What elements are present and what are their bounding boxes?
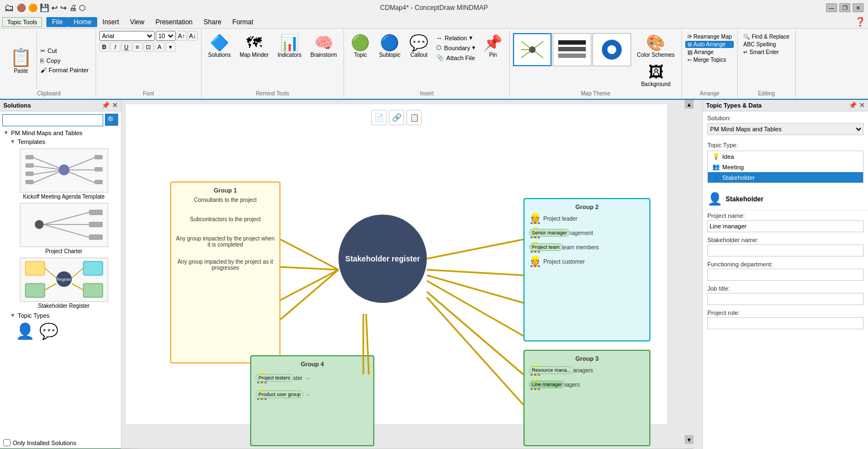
only-installed-check[interactable] <box>3 439 10 446</box>
menu-home[interactable]: Home <box>68 17 97 27</box>
underline-button[interactable]: U <box>121 42 131 52</box>
group1-item-1[interactable]: Consultants to the project <box>176 196 275 204</box>
boundary-button[interactable]: ⬡ Boundary ▾ <box>434 43 478 52</box>
arrange-button[interactable]: ▤ Arrange <box>685 49 734 56</box>
templates-item[interactable]: ▼ Templates <box>7 137 121 146</box>
solutions-search-input[interactable] <box>2 114 103 126</box>
group1-box[interactable]: Group 1 Consultants to the project Subco… <box>170 181 280 364</box>
color-schemes-button[interactable]: 🎨 Color Schemes <box>633 33 678 60</box>
topic-button[interactable]: 🟢 Topic <box>347 33 373 60</box>
bold-button[interactable]: B <box>99 42 109 52</box>
functioning-dept-label: Functioning department: <box>707 261 864 268</box>
menu-presentation[interactable]: Presentation <box>150 17 198 27</box>
menu-format[interactable]: Format <box>227 17 259 27</box>
kickoff-template[interactable]: Kickoff Meeting Agenda Template <box>20 148 108 200</box>
background-button[interactable]: 🖼 Background <box>633 62 678 89</box>
canvas-scroll-up[interactable]: ▲ <box>685 100 694 109</box>
highlight-button[interactable]: ⊡ <box>144 42 154 52</box>
center-node[interactable]: Stakeholder register <box>338 215 427 303</box>
smart-enter-button[interactable]: ↵ Smart Enter <box>741 49 791 56</box>
pm-maps-item[interactable]: ▼ PM Mind Maps and Tables <box>0 129 121 137</box>
paste-button[interactable]: 📋 Paste <box>6 31 37 89</box>
job-title-input[interactable] <box>707 293 864 305</box>
solution-dropdown[interactable]: PM Mind Maps and Tables <box>707 123 864 135</box>
canvas-scroll[interactable]: Group 1 Consultants to the project Subco… <box>121 100 702 449</box>
auto-arrange-button[interactable]: ⊞ Auto Arrange <box>685 41 734 48</box>
rearrange-map-button[interactable]: ⟳ Rearrange Map <box>685 33 734 40</box>
solutions-search-button[interactable]: 🔍 <box>105 114 118 126</box>
resource-manager-tag[interactable]: Resource mana... <box>529 366 574 374</box>
project-name-input[interactable] <box>707 220 864 232</box>
merge-topics-button[interactable]: ⤚ Merge Topics <box>685 56 734 63</box>
canvas-tool-doc[interactable]: 📄 <box>371 110 387 125</box>
group1-item-3[interactable]: Any group impacted by the project when i… <box>176 234 275 249</box>
group1-item-4[interactable]: Any group impacted by the project as it … <box>176 258 275 272</box>
indicators-button[interactable]: 📊 Indicators <box>274 33 305 60</box>
right-panel-close[interactable]: ✕ <box>859 101 865 109</box>
font-face-select[interactable]: Arial <box>99 31 155 41</box>
relation-button[interactable]: ↔ Relation ▾ <box>434 33 478 42</box>
italic-button[interactable]: I <box>110 42 120 52</box>
menu-view[interactable]: View <box>125 17 150 27</box>
canvas-tool-link[interactable]: 🔗 <box>389 110 404 125</box>
topic-type-stakeholder[interactable]: 👤 Stakeholder <box>708 172 863 183</box>
project-charter-template[interactable]: Project Charter <box>20 203 108 254</box>
group3-box[interactable]: Group 3 👷 Resource managers Resource man… <box>523 350 650 446</box>
menu-insert[interactable]: Insert <box>97 17 125 27</box>
subtopic-button[interactable]: 🔵 Subtopic <box>375 33 404 60</box>
canvas-tool-table[interactable]: 📋 <box>406 110 422 125</box>
format-painter-button[interactable]: 🖌 Format Painter <box>38 66 91 74</box>
attach-file-button[interactable]: 📎 Attach File <box>434 53 478 62</box>
menu-file[interactable]: File <box>46 17 68 27</box>
functioning-dept-input[interactable] <box>707 269 864 281</box>
solutions-pin-button[interactable]: 📌 <box>102 101 110 109</box>
map-minder-button[interactable]: 🗺 Map Minder <box>236 33 272 60</box>
project-team-tag[interactable]: Project team <box>529 243 563 251</box>
minimize-button[interactable]: — <box>826 3 837 12</box>
cut-button[interactable]: ✂ Cut <box>38 46 91 56</box>
restore-button[interactable]: ❐ <box>839 3 850 12</box>
menu-share[interactable]: Share <box>198 17 227 27</box>
topic-type-meeting[interactable]: 👥 Meeting <box>708 162 863 172</box>
topic-type-idea[interactable]: 💡 Idea <box>708 151 863 162</box>
project-charter-thumb <box>20 203 108 247</box>
topic-tools-tab[interactable]: Topic Tools <box>2 17 42 27</box>
line-manager-tag[interactable]: Line manager <box>529 381 565 388</box>
project-role-input[interactable] <box>707 317 864 329</box>
font-color-button[interactable]: A <box>155 42 165 52</box>
spelling-button[interactable]: ABC Spelling <box>741 41 791 48</box>
align-button[interactable]: ≡ <box>133 42 142 52</box>
callout-button[interactable]: 💬 Callout <box>406 33 432 60</box>
find-replace-button[interactable]: 🔍 Find & Replace <box>741 33 791 40</box>
theme-thumb-1[interactable] <box>513 33 552 66</box>
font-grow-button[interactable]: A↑ <box>177 31 187 41</box>
font-shrink-button[interactable]: A↓ <box>188 31 198 41</box>
group4-box[interactable]: Group 4 👷 Project tester → Project teste… <box>250 355 374 446</box>
group2-box[interactable]: Group 2 👷 Project leader 👷 Senior manage… <box>523 198 650 341</box>
canvas-scroll-down[interactable]: ▼ <box>685 435 694 444</box>
theme-thumb-3[interactable] <box>592 33 631 66</box>
right-panel-pin[interactable]: 📌 <box>849 101 857 109</box>
font-size-select[interactable]: 101214 <box>156 31 176 41</box>
close-button[interactable]: ✕ <box>853 3 864 12</box>
copy-button[interactable]: ⎘ Copy <box>38 56 91 65</box>
topic-types-item[interactable]: ▼ Topic Types <box>7 311 121 320</box>
canvas-area[interactable]: ▲ ▼ ◀ ▶ <box>121 100 702 449</box>
group1-item-2[interactable]: Subcontractors to the project <box>176 215 275 223</box>
senior-manager-tag[interactable]: Senior manager <box>529 229 570 237</box>
solutions-close-button[interactable]: ✕ <box>112 101 118 109</box>
stakeholder-name-input[interactable] <box>707 244 864 256</box>
brainstorm-button[interactable]: 🧠 Brainstorm <box>307 33 340 60</box>
stakeholder-template[interactable]: Register Stakeholder Reg <box>20 258 108 309</box>
pin-button[interactable]: 📌 Pin <box>480 33 506 60</box>
solutions-button[interactable]: 🔷 Solutions <box>205 33 234 60</box>
product-user-group-tag[interactable]: Product user group <box>256 391 304 398</box>
project-testers-tag[interactable]: Project testers <box>256 374 293 382</box>
only-installed-checkbox[interactable]: Only Installed Solutions <box>0 437 121 448</box>
group2-item-1[interactable]: Project leader <box>543 215 578 223</box>
theme-thumb-2[interactable] <box>553 33 591 66</box>
group2-item-4[interactable]: Project customer <box>543 258 585 266</box>
font-expand-button[interactable]: ▾ <box>166 42 176 52</box>
title-bar: 🗂 🟤 🟠 💾 ↩ ↪ 🖨 ⬡ CDMap4* - ConceptDraw MI… <box>0 0 868 15</box>
help-button[interactable]: ❓ <box>855 17 866 27</box>
